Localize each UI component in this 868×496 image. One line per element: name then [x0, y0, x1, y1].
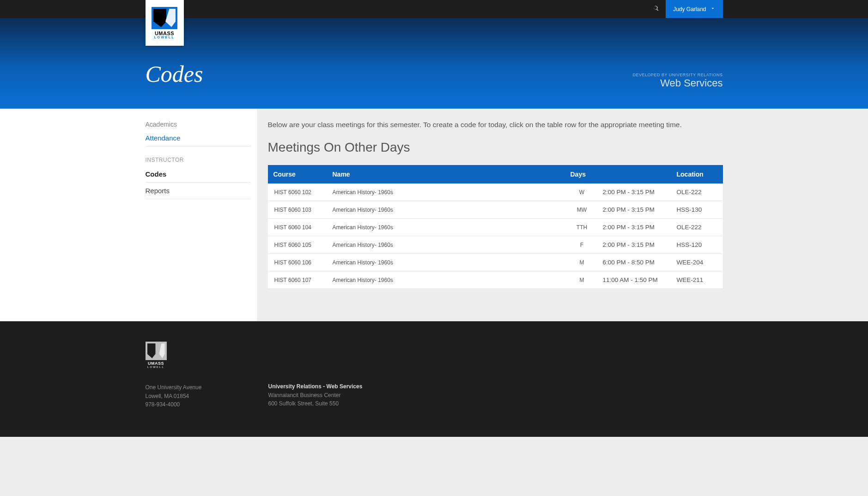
cell-time: 6:00 PM - 8:50 PM [598, 254, 672, 271]
table-row[interactable]: HIST 6060 104American History- 1960sTTH2… [268, 219, 723, 236]
cell-name: American History- 1960s [328, 271, 566, 289]
col-header-days: Days [566, 165, 598, 184]
intro-text: Below are your class meetings for this s… [268, 121, 723, 129]
page-title: Codes [146, 61, 203, 87]
cell-name: American History- 1960s [328, 201, 566, 219]
cell-days: M [566, 271, 598, 289]
sidebar-heading-instructor: INSTRUCTOR [146, 147, 250, 166]
sidebar: Academics Attendance INSTRUCTOR Codes Re… [146, 109, 257, 321]
cell-name: American History- 1960s [328, 184, 566, 201]
col-header-location: Location [672, 165, 723, 184]
col-header-spacer [598, 165, 672, 184]
logo-card[interactable]: UMASS LOWELL [146, 0, 184, 46]
hero-banner: UMASS LOWELL Codes DEVELOPED BY UNIVERSI… [0, 18, 868, 109]
cell-course: HIST 6060 103 [268, 201, 328, 219]
topbar: Judy Garland [0, 0, 868, 18]
footer-umass-logo: UMASS LOWELL [146, 342, 167, 369]
cell-location: WEE-204 [672, 254, 723, 271]
cell-course: HIST 6060 104 [268, 219, 328, 236]
table-header-row: Course Name Days Location [268, 165, 723, 184]
table-row[interactable]: HIST 6060 107American History- 1960sM11:… [268, 271, 723, 289]
footer-address-line2: Lowell, MA 01854 [146, 392, 227, 401]
cell-time: 2:00 PM - 3:15 PM [598, 201, 672, 219]
footer-dept-line1: Wannalancit Business Center [268, 391, 363, 400]
footer-address-line1: One University Avenue [146, 383, 227, 392]
meetings-table: Course Name Days Location HIST 6060 102A… [268, 165, 723, 289]
sidebar-item-codes[interactable]: Codes [146, 166, 250, 183]
umass-logo: UMASS LOWELL [152, 7, 177, 39]
cell-location: HSS-120 [672, 236, 723, 254]
sidebar-item-attendance[interactable]: Attendance [146, 130, 250, 147]
footer-dept-title: University Relations - Web Services [268, 382, 363, 391]
search-icon [653, 5, 659, 13]
user-name: Judy Garland [673, 6, 706, 12]
cell-location: OLE-222 [672, 184, 723, 201]
table-row[interactable]: HIST 6060 106American History- 1960sM6:0… [268, 254, 723, 271]
table-row[interactable]: HIST 6060 102American History- 1960sW2:0… [268, 184, 723, 201]
cell-location: HSS-130 [672, 201, 723, 219]
hero-developed-by: DEVELOPED BY UNIVERSITY RELATIONS [632, 73, 722, 77]
cell-course: HIST 6060 107 [268, 271, 328, 289]
cell-time: 2:00 PM - 3:15 PM [598, 219, 672, 236]
cell-days: M [566, 254, 598, 271]
cell-name: American History- 1960s [328, 254, 566, 271]
cell-location: OLE-222 [672, 219, 723, 236]
col-header-name: Name [328, 165, 566, 184]
sidebar-item-reports[interactable]: Reports [146, 183, 250, 199]
user-menu[interactable]: Judy Garland [666, 0, 722, 18]
chevron-down-icon [710, 6, 716, 12]
footer-logo-line2: LOWELL [146, 366, 167, 368]
cell-time: 11:00 AM - 1:50 PM [598, 271, 672, 289]
cell-time: 2:00 PM - 3:15 PM [598, 236, 672, 254]
footer-dept-line2: 600 Suffolk Street, Suite 550 [268, 399, 363, 408]
cell-course: HIST 6060 102 [268, 184, 328, 201]
cell-days: F [566, 236, 598, 254]
cell-name: American History- 1960s [328, 219, 566, 236]
table-row[interactable]: HIST 6060 103American History- 1960sMW2:… [268, 201, 723, 219]
cell-days: MW [566, 201, 598, 219]
cell-name: American History- 1960s [328, 236, 566, 254]
cell-course: HIST 6060 106 [268, 254, 328, 271]
umass-logo-icon [152, 7, 177, 29]
table-row[interactable]: HIST 6060 105American History- 1960sF2:0… [268, 236, 723, 254]
search-button[interactable] [646, 0, 666, 18]
cell-course: HIST 6060 105 [268, 236, 328, 254]
footer-phone: 978-934-4000 [146, 400, 227, 409]
cell-days: TTH [566, 219, 598, 236]
col-header-course: Course [268, 165, 328, 184]
logo-line2: LOWELL [152, 36, 177, 39]
cell-days: W [566, 184, 598, 201]
main-content: Below are your class meetings for this s… [257, 109, 723, 321]
cell-time: 2:00 PM - 3:15 PM [598, 184, 672, 201]
hero-web-services: Web Services [632, 77, 722, 89]
sidebar-heading-academics: Academics [146, 121, 250, 130]
cell-location: WEE-211 [672, 271, 723, 289]
umass-logo-icon [146, 342, 167, 360]
footer: UMASS LOWELL One University Avenue Lowel… [0, 321, 868, 437]
section-heading: Meetings On Other Days [268, 140, 723, 155]
footer-logo-line1: UMASS [146, 361, 167, 366]
